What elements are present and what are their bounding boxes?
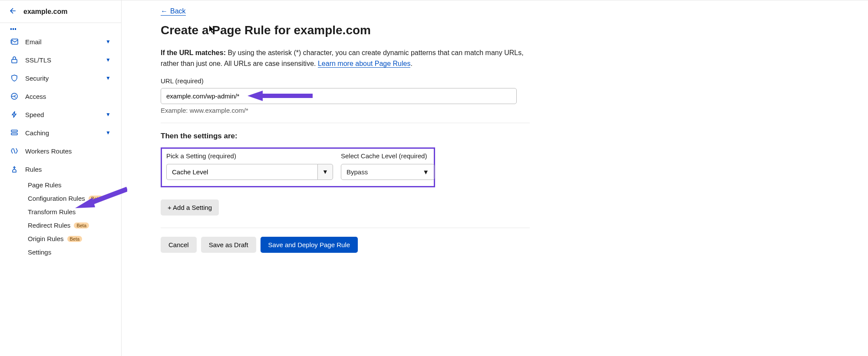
content-wrapper: ← Back Create a Page Rule for example.co… — [161, 7, 530, 253]
arrow-left-icon: ← — [161, 7, 168, 15]
chevron-down-icon: ▼ — [106, 39, 111, 45]
nav-label: Security — [25, 75, 99, 82]
subnav-label: Settings — [28, 248, 51, 256]
action-buttons: Cancel Save as Draft Save and Deploy Pag… — [161, 237, 530, 253]
chevron-down-icon: ▼ — [422, 168, 429, 176]
sidebar-item-ssl-tls[interactable]: SSL/TLS ▼ — [0, 51, 121, 69]
chevron-down-icon: ▼ — [106, 75, 111, 81]
description: If the URL matches: By using the asteris… — [161, 48, 530, 69]
subnav-label: Redirect Rules — [28, 222, 70, 229]
back-arrow-icon[interactable] — [9, 7, 17, 16]
chevron-down-icon: ▼ — [106, 130, 111, 136]
subnav-label: Configuration Rules — [28, 195, 85, 202]
save-deploy-button[interactable]: Save and Deploy Page Rule — [261, 237, 358, 253]
subnav-label: Transform Rules — [28, 208, 76, 216]
caching-icon — [10, 129, 18, 137]
settings-title: Then the settings are: — [161, 132, 530, 140]
svg-rect-2 — [15, 28, 16, 30]
page-title: Create a Page Rule for example.com — [161, 23, 530, 37]
subnav-redirect-rules[interactable]: Redirect Rules Beta — [25, 219, 121, 232]
sidebar-item-email[interactable]: Email ▼ — [0, 33, 121, 51]
beta-badge: Beta — [89, 196, 104, 202]
divider — [161, 228, 530, 228]
svg-rect-6 — [11, 130, 17, 132]
rules-submenu: Page Rules Configuration Rules Beta Tran… — [0, 178, 121, 259]
pick-setting-column: Pick a Setting (required) ▼ — [166, 152, 333, 180]
subnav-label: Origin Rules — [28, 235, 64, 242]
subnav-origin-rules[interactable]: Origin Rules Beta — [25, 232, 121, 245]
nav-label: Email — [25, 38, 99, 46]
subnav-settings[interactable]: Settings — [25, 245, 121, 259]
pick-setting-dropdown-button[interactable]: ▼ — [317, 164, 333, 180]
shield-icon — [10, 74, 18, 82]
beta-badge: Beta — [74, 222, 89, 229]
subnav-label: Page Rules — [28, 181, 62, 189]
svg-rect-4 — [12, 59, 17, 63]
sidebar: example.com Email ▼ SSL/TLS ▼ — [0, 0, 122, 356]
subnav-configuration-rules[interactable]: Configuration Rules Beta — [25, 192, 121, 205]
rules-icon — [10, 165, 18, 173]
svg-rect-7 — [11, 133, 17, 135]
chevron-down-icon: ▼ — [106, 111, 111, 118]
site-name: example.com — [23, 8, 67, 16]
truncated-nav-item — [0, 26, 121, 33]
subnav-page-rules[interactable]: Page Rules — [25, 178, 121, 192]
svg-rect-3 — [12, 39, 18, 44]
beta-badge: Beta — [67, 236, 83, 242]
svg-rect-0 — [10, 28, 12, 30]
nav-label: Workers Routes — [25, 147, 111, 155]
nav-label: Rules — [25, 166, 111, 173]
sidebar-header: example.com — [0, 0, 121, 23]
save-draft-button[interactable]: Save as Draft — [201, 237, 256, 253]
access-icon — [10, 92, 18, 100]
sidebar-item-caching[interactable]: Caching ▼ — [0, 124, 121, 142]
nav-label: Access — [25, 93, 111, 100]
lock-icon — [10, 56, 18, 64]
sidebar-item-workers-routes[interactable]: Workers Routes — [0, 142, 121, 160]
workers-icon — [10, 147, 18, 155]
settings-box: Pick a Setting (required) ▼ Select Cache… — [161, 147, 435, 187]
learn-more-link[interactable]: Learn more about Page Rules — [318, 60, 410, 68]
svg-rect-1 — [13, 28, 14, 30]
cache-level-select[interactable]: Bypass ▼ — [341, 164, 435, 180]
bolt-icon — [10, 111, 18, 118]
email-icon — [10, 38, 18, 46]
sidebar-item-speed[interactable]: Speed ▼ — [0, 105, 121, 124]
add-setting-button[interactable]: + Add a Setting — [161, 199, 219, 216]
chevron-down-icon: ▼ — [106, 57, 111, 63]
back-link-text: Back — [170, 7, 186, 15]
cache-level-column: Select Cache Level (required) Bypass ▼ — [341, 152, 435, 180]
dns-icon — [10, 26, 17, 31]
cache-level-value: Bypass — [347, 168, 368, 176]
pick-setting-label: Pick a Setting (required) — [166, 152, 333, 160]
pick-setting-input[interactable] — [166, 164, 317, 180]
nav-label: SSL/TLS — [25, 56, 99, 64]
subnav-transform-rules[interactable]: Transform Rules — [25, 205, 121, 219]
cancel-button[interactable]: Cancel — [161, 237, 197, 253]
back-link[interactable]: ← Back — [161, 7, 186, 16]
sidebar-nav: Email ▼ SSL/TLS ▼ Security ▼ — [0, 23, 121, 262]
sidebar-item-rules[interactable]: Rules — [0, 160, 121, 178]
sidebar-item-security[interactable]: Security ▼ — [0, 69, 121, 87]
nav-label: Speed — [25, 111, 99, 118]
sidebar-item-access[interactable]: Access — [0, 87, 121, 105]
pick-setting-combobox[interactable]: ▼ — [166, 164, 333, 180]
main-content: ← Back Create a Page Rule for example.co… — [122, 0, 556, 356]
app-container: example.com Email ▼ SSL/TLS ▼ — [0, 0, 868, 356]
url-label: URL (required) — [161, 77, 530, 85]
chevron-down-icon: ▼ — [322, 168, 328, 175]
desc-strong: If the URL matches: — [161, 49, 226, 56]
url-example: Example: www.example.com/* — [161, 107, 530, 114]
nav-label: Caching — [25, 129, 99, 137]
cache-level-label: Select Cache Level (required) — [341, 152, 435, 160]
divider — [161, 123, 530, 123]
url-input[interactable] — [161, 88, 517, 104]
